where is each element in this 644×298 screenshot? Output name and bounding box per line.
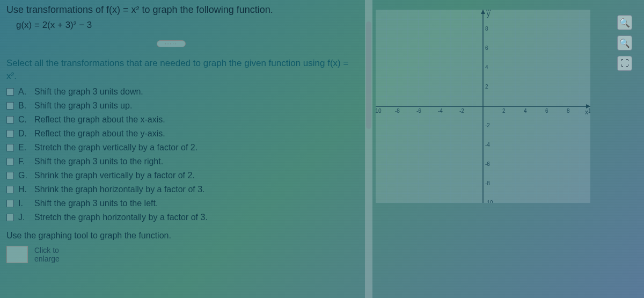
x-tick-label: -8 — [395, 108, 400, 114]
checkbox-icon[interactable] — [6, 88, 14, 96]
y-tick-label: -4 — [485, 142, 490, 148]
x-tick-label: -10 — [376, 108, 382, 114]
y-tick-label: -2 — [485, 122, 490, 128]
zoom-out-button[interactable]: 🔍 — [617, 35, 632, 50]
zoom-in-button[interactable]: 🔍 — [617, 15, 632, 30]
checkbox-icon[interactable] — [6, 172, 14, 179]
checkbox-icon[interactable] — [6, 158, 14, 165]
scrollbar-thumb[interactable] — [366, 21, 371, 129]
option-b[interactable]: B.Shift the graph 3 units up. — [6, 100, 358, 112]
option-j[interactable]: J.Stretch the graph horizontally by a fa… — [6, 212, 358, 223]
x-tick-label: 6 — [545, 108, 548, 114]
option-i[interactable]: I.Shift the graph 3 units to the left. — [6, 198, 358, 209]
expand-button[interactable]: ⛶ — [617, 56, 632, 71]
drag-handle-icon[interactable]: ····· — [157, 40, 186, 47]
expand-icon: ⛶ — [620, 59, 629, 68]
option-f[interactable]: F.Shift the graph 3 units to the right. — [6, 156, 358, 168]
enlarge-label: Click to enlarge — [34, 246, 60, 264]
y-tick-label: -8 — [485, 180, 490, 186]
y-tick-label: 10 — [485, 10, 492, 12]
y-tick-label: 6 — [485, 45, 488, 51]
y-tick-label: 8 — [485, 26, 488, 32]
graph-panel: x y -10-8-6-4-2246810108642-2-4-6-8-10 🔍… — [376, 10, 612, 214]
y-tick-label: 4 — [485, 64, 488, 70]
x-tick-label: 10 — [588, 108, 590, 114]
checkbox-icon[interactable] — [6, 102, 14, 110]
x-tick-label: 8 — [567, 108, 570, 114]
arrow-up-icon — [481, 10, 485, 14]
x-tick-label: 2 — [502, 108, 506, 114]
x-tick-label: -4 — [438, 108, 443, 114]
option-a[interactable]: A.Shift the graph 3 units down. — [6, 86, 358, 98]
checkbox-icon[interactable] — [6, 144, 14, 151]
checkbox-icon[interactable] — [6, 116, 14, 123]
checkbox-icon[interactable] — [6, 214, 14, 221]
option-d[interactable]: D.Reflect the graph about the y-axis. — [6, 128, 358, 140]
graph-thumbnail-icon — [6, 246, 28, 263]
option-h[interactable]: H.Shrink the graph horizontally by a fac… — [6, 184, 358, 195]
x-tick-label: -2 — [459, 108, 464, 114]
checkbox-icon[interactable] — [6, 130, 14, 137]
option-c[interactable]: C.Reflect the graph about the x-axis. — [6, 114, 358, 126]
y-tick-label: 2 — [485, 84, 488, 90]
enlarge-button[interactable]: Click to enlarge — [6, 246, 358, 264]
option-g[interactable]: G.Shrink the graph vertically by a facto… — [6, 170, 358, 181]
zoom-in-icon: 🔍 — [619, 18, 630, 28]
y-tick-label: -6 — [485, 161, 490, 167]
footer-instruction: Use the graphing tool to graph the funct… — [6, 231, 358, 241]
question-panel: Use transformations of f(x) = x² to grap… — [0, 0, 365, 268]
x-tick-label: 4 — [524, 108, 527, 114]
checkbox-icon[interactable] — [6, 186, 14, 193]
y-tick-label: -10 — [485, 200, 493, 203]
coordinate-plane[interactable]: x y -10-8-6-4-2246810108642-2-4-6-8-10 — [376, 10, 590, 203]
instruction-text: Select all the transformations that are … — [6, 57, 358, 83]
option-e[interactable]: E.Stretch the graph vertically by a fact… — [6, 142, 358, 154]
checkbox-icon[interactable] — [6, 200, 14, 207]
graph-toolbar: 🔍 🔍 ⛶ — [617, 15, 633, 71]
zoom-out-icon: 🔍 — [619, 38, 630, 48]
scrollbar-vertical[interactable] — [365, 0, 372, 298]
question-prompt: Use transformations of f(x) = x² to grap… — [6, 4, 358, 16]
x-tick-label: -6 — [416, 108, 421, 114]
options-list: A.Shift the graph 3 units down. B.Shift … — [6, 86, 358, 223]
equation: g(x) = 2(x + 3)² − 3 — [16, 20, 358, 31]
